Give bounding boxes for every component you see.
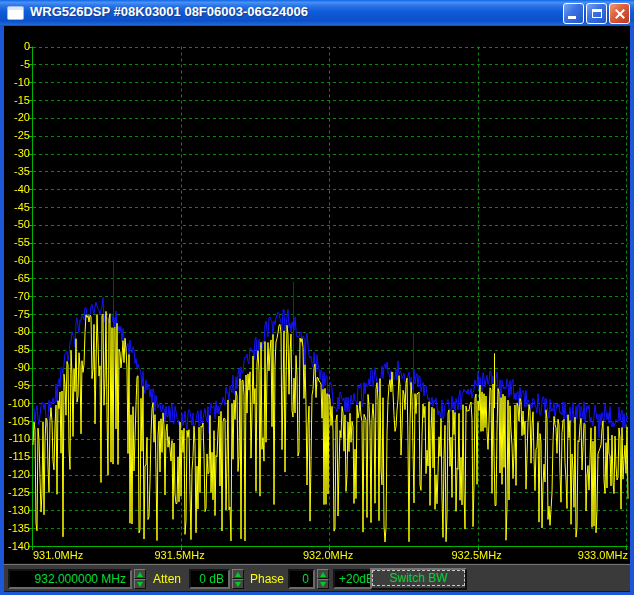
- y-axis-label: -20: [4, 112, 30, 123]
- switch-bw-label: Switch BW: [372, 570, 465, 586]
- frequency-spinner-down-button[interactable]: [134, 579, 146, 589]
- atten-spinner-up-button[interactable]: [232, 569, 244, 579]
- phase-spinner-down-button[interactable]: [317, 579, 329, 589]
- x-axis-label: 931.5MHz: [155, 550, 205, 561]
- phase-label: Phase: [250, 573, 284, 585]
- arrow-up-icon: [235, 572, 241, 577]
- y-axis-label: -5: [4, 59, 30, 70]
- y-axis-label: -35: [4, 166, 30, 177]
- title-bar[interactable]: WRG526DSP #08K03001 08F06003-06G24006: [0, 0, 634, 26]
- app-icon[interactable]: [7, 6, 24, 20]
- frequency-display[interactable]: 932.000000 MHz: [8, 569, 132, 589]
- plot-canvas: [4, 26, 630, 563]
- y-axis-label: -135: [4, 523, 30, 534]
- minimize-icon: [568, 16, 576, 19]
- y-axis-label: -80: [4, 326, 30, 337]
- y-axis-label: -40: [4, 184, 30, 195]
- y-axis-label: -10: [4, 77, 30, 88]
- arrow-down-icon: [320, 582, 326, 587]
- x-axis-label: 931.0MHz: [33, 550, 83, 561]
- y-axis-label: -100: [4, 398, 30, 409]
- atten-label: Atten: [153, 573, 181, 585]
- maximize-button[interactable]: [586, 3, 607, 24]
- y-axis-label: -70: [4, 291, 30, 302]
- y-axis-label: -90: [4, 362, 30, 373]
- y-axis-label: -85: [4, 344, 30, 355]
- maximize-icon: [592, 9, 602, 18]
- close-button[interactable]: [609, 3, 630, 24]
- y-axis-label: -125: [4, 487, 30, 498]
- y-axis-label: -60: [4, 255, 30, 266]
- y-axis-label: -65: [4, 273, 30, 284]
- y-axis-label: -50: [4, 219, 30, 230]
- x-axis-label: 932.5MHz: [452, 550, 502, 561]
- y-axis-label: -15: [4, 95, 30, 106]
- atten-field[interactable]: 0 dB: [189, 569, 230, 589]
- app-window: WRG526DSP #08K03001 08F06003-06G24006 0-…: [0, 0, 634, 595]
- frequency-spinner-up-button[interactable]: [134, 569, 146, 579]
- client-area: 0-5-10-15-20-25-30-35-40-45-50-55-60-65-…: [4, 26, 630, 592]
- y-axis-label: -130: [4, 505, 30, 516]
- y-axis-label: -95: [4, 380, 30, 391]
- window-title: WRG526DSP #08K03001 08F06003-06G24006: [30, 4, 308, 19]
- frequency-spinner: [134, 569, 146, 589]
- y-axis-label: -110: [4, 433, 30, 444]
- control-bar: 932.000000 MHz Atten 0 dB Phase 0 +20dB …: [4, 563, 630, 592]
- arrow-up-icon: [137, 572, 143, 577]
- atten-spinner: [232, 569, 244, 589]
- y-axis-label: -25: [4, 130, 30, 141]
- y-axis-label: 0: [4, 41, 30, 52]
- arrow-up-icon: [320, 572, 326, 577]
- y-axis-label: -120: [4, 469, 30, 480]
- x-axis-label: 933.0MHz: [578, 550, 628, 561]
- atten-spinner-down-button[interactable]: [232, 579, 244, 589]
- x-axis-label: 932.0MHz: [303, 550, 353, 561]
- y-axis-label: -140: [4, 541, 30, 552]
- y-axis-label: -115: [4, 451, 30, 462]
- switch-bw-button[interactable]: Switch BW: [370, 568, 467, 590]
- arrow-down-icon: [137, 582, 143, 587]
- phase-spinner-up-button[interactable]: [317, 569, 329, 579]
- phase-spinner: [317, 569, 329, 589]
- y-axis-label: -45: [4, 202, 30, 213]
- y-axis-label: -30: [4, 148, 30, 159]
- caption-buttons: [563, 3, 630, 24]
- y-axis-label: -55: [4, 237, 30, 248]
- y-axis-label: -75: [4, 309, 30, 320]
- arrow-down-icon: [235, 582, 241, 587]
- minimize-button[interactable]: [563, 3, 584, 24]
- y-axis-label: -105: [4, 416, 30, 427]
- phase-field[interactable]: 0: [288, 569, 315, 589]
